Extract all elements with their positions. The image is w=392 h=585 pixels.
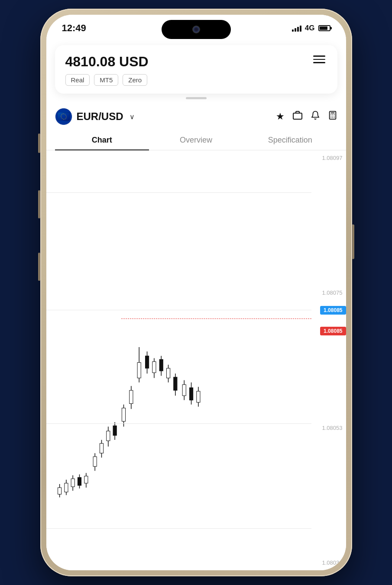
symbol-name: EUR/USD [77, 110, 123, 123]
svg-rect-51 [196, 391, 200, 403]
svg-rect-25 [100, 443, 103, 453]
currency-flag: 🇪🇺 [55, 108, 72, 125]
svg-rect-27 [106, 431, 110, 441]
price-label-3: 1.08053 [310, 425, 343, 431]
svg-rect-19 [78, 478, 81, 485]
account-card: 4810.08 USD Real MT5 Zero [55, 45, 337, 94]
price-label-2: 1.08075 [310, 289, 343, 296]
tag-mt5[interactable]: MT5 [94, 74, 118, 86]
favorite-icon[interactable]: ★ [276, 111, 285, 122]
drag-handle [186, 97, 207, 99]
status-icons: 4G [292, 24, 330, 32]
silent-switch[interactable] [38, 253, 40, 281]
svg-rect-39 [152, 362, 156, 373]
tab-specification[interactable]: Specification [243, 130, 337, 150]
account-info: 4810.08 USD Real MT5 Zero [65, 54, 149, 86]
ask-price-badge: 1.08085 [320, 327, 346, 335]
svg-rect-29 [113, 426, 117, 435]
phone-frame: 12:49 4G 4810.08 USD Real MT5 Zero [40, 9, 352, 576]
tag-real[interactable]: Real [65, 74, 90, 86]
account-tags: Real MT5 Zero [65, 74, 149, 86]
calculator-icon[interactable] [328, 110, 337, 123]
symbol-header: 🇪🇺 EUR/USD ∨ ★ [46, 103, 346, 129]
symbol-dropdown-icon[interactable]: ∨ [130, 113, 135, 121]
tab-bar: Chart Overview Specification [46, 130, 346, 150]
candlestick-chart [46, 150, 311, 570]
svg-rect-47 [182, 385, 186, 396]
tag-zero[interactable]: Zero [123, 74, 147, 86]
svg-rect-21 [84, 476, 87, 483]
grid-line-3 [46, 423, 311, 424]
symbol-info[interactable]: 🇪🇺 EUR/USD ∨ [55, 108, 135, 125]
grid-line-2 [46, 310, 311, 310]
svg-rect-23 [93, 457, 97, 466]
svg-rect-33 [129, 390, 133, 404]
menu-button[interactable] [311, 54, 327, 65]
network-type: 4G [305, 24, 315, 32]
price-labels: 1.08097 1.08075 1.08053 1.08030 [310, 150, 343, 570]
alert-icon[interactable] [311, 110, 320, 123]
bid-price-badge: 1.08085 [320, 306, 346, 315]
svg-rect-35 [137, 363, 141, 378]
account-balance: 4810.08 USD [65, 54, 149, 70]
svg-rect-45 [173, 377, 177, 390]
svg-rect-15 [64, 483, 68, 492]
svg-rect-0 [293, 113, 302, 119]
svg-rect-37 [145, 356, 149, 368]
svg-rect-13 [58, 488, 61, 494]
svg-rect-43 [166, 368, 170, 378]
trade-icon[interactable] [292, 110, 303, 123]
tab-overview[interactable]: Overview [149, 130, 243, 150]
tab-chart[interactable]: Chart [55, 130, 149, 150]
svg-rect-49 [189, 388, 193, 400]
volume-up-button[interactable] [38, 133, 40, 153]
price-label-1: 1.08097 [310, 155, 343, 161]
price-label-4: 1.08030 [310, 559, 343, 566]
symbol-actions: ★ [276, 110, 337, 123]
dynamic-island [162, 20, 231, 39]
camera-lens [193, 26, 199, 32]
svg-rect-17 [71, 479, 75, 487]
grid-line-1 [46, 192, 311, 193]
svg-rect-41 [159, 359, 163, 371]
grid-line-4 [46, 528, 311, 529]
signal-icon [292, 25, 301, 32]
chart-area[interactable]: 1.08097 1.08075 1.08053 1.08030 1.08085 … [46, 150, 346, 570]
battery-icon [318, 25, 330, 31]
status-time: 12:49 [62, 23, 86, 34]
phone-screen: 12:49 4G 4810.08 USD Real MT5 Zero [46, 15, 346, 570]
current-price-line [121, 318, 311, 319]
svg-rect-31 [122, 408, 125, 422]
volume-down-button[interactable] [38, 190, 40, 218]
